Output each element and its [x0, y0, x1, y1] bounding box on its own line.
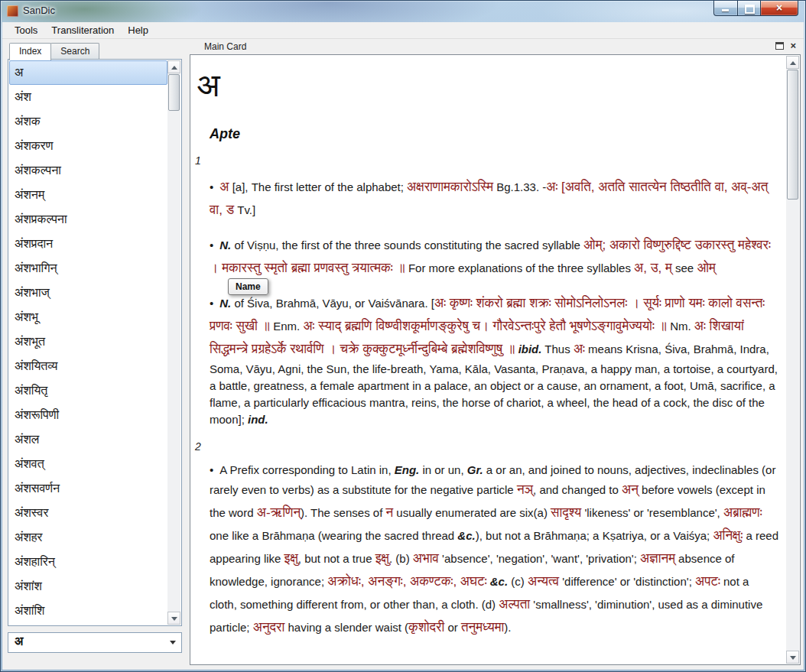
tab-search[interactable]: Search: [50, 43, 99, 59]
main-card-header[interactable]: Main Card ×: [190, 39, 801, 54]
chevron-down-icon: [170, 641, 176, 644]
text-run: तनुमध्यमा: [461, 620, 504, 635]
text-run: इक्षु: [375, 551, 389, 566]
float-panel-icon[interactable]: [775, 42, 784, 50]
text-run: ibid.: [518, 342, 542, 355]
text-run: Bg.1.33. -: [493, 180, 546, 193]
text-run: &c.: [490, 575, 508, 588]
list-item[interactable]: अंशरूपिणी: [9, 403, 167, 427]
list-item[interactable]: अंशयितृ: [9, 378, 167, 403]
list-item[interactable]: अंशभागिन्: [9, 256, 167, 281]
entry-paragraph: •अ [a], The first letter of the alphabet…: [210, 176, 779, 222]
text-run: Eng.: [395, 463, 420, 476]
list-item[interactable]: अंशप्रदान: [9, 232, 167, 256]
text-run: usually enumerated are six(a): [393, 506, 551, 519]
dictionary-name: Apte: [210, 126, 779, 142]
content-scroll-thumb[interactable]: [787, 70, 798, 200]
close-button[interactable]: ×: [761, 1, 798, 16]
menubar: ToolsTransliterationHelp: [2, 22, 804, 39]
text-run: of Viṣṇu, the first of the three sounds …: [231, 239, 583, 252]
text-run: ).: [504, 621, 511, 634]
headword-combobox[interactable]: अ: [8, 632, 182, 653]
sidebar-tabs: Index Search: [9, 43, 182, 59]
app-icon[interactable]: [7, 5, 18, 17]
text-run: see: [672, 261, 697, 274]
list-scroll-down-button[interactable]: [167, 612, 180, 625]
list-item[interactable]: अंशभाज्: [9, 281, 167, 305]
list-scrollbar[interactable]: [167, 60, 180, 625]
text-run: &c.: [457, 529, 475, 542]
minimize-button[interactable]: [713, 1, 738, 16]
list-item[interactable]: अंशांश: [9, 574, 167, 599]
main-card-title: Main Card: [204, 41, 246, 52]
list-item[interactable]: अंशप्रकल्पना: [9, 207, 167, 232]
panel-close-icon[interactable]: ×: [790, 41, 796, 50]
text-run: Tv.]: [234, 203, 255, 216]
text-run: Gr.: [467, 463, 483, 476]
list-item[interactable]: अ: [9, 60, 167, 85]
list-item[interactable]: अंशनम्: [9, 183, 167, 207]
menu-item-tools[interactable]: Tools: [8, 22, 44, 38]
bullet-icon: •: [210, 180, 213, 193]
list-item[interactable]: अंशभूत: [9, 330, 167, 354]
text-run: ind.: [248, 413, 268, 426]
content-scrollbar[interactable]: [786, 56, 799, 664]
text-run: अज्ञानम्: [640, 551, 675, 566]
menu-item-help[interactable]: Help: [121, 22, 155, 38]
text-run: one like a Brāhmaṇa (wearing the sacred …: [210, 529, 457, 542]
main-card-panel: Main Card × अ Apte 1•अ [a], The first le…: [190, 39, 804, 670]
combobox-value: अ: [15, 635, 23, 648]
content-scroll-down-button[interactable]: [786, 651, 799, 664]
bullet-icon: •: [210, 463, 213, 476]
text-run: अ, उ, म्: [634, 261, 672, 275]
list-item[interactable]: अंशवत्: [9, 452, 167, 476]
list-scroll-thumb[interactable]: [168, 74, 180, 111]
list-item[interactable]: अंशसवर्णन: [9, 476, 167, 501]
list-item[interactable]: अंशक: [9, 109, 167, 134]
list-item[interactable]: अंशभू: [9, 305, 167, 330]
arrow-up-icon: [790, 61, 796, 65]
menu-item-transliteration[interactable]: Transliteration: [44, 22, 121, 38]
text-run: अब्राह्मणः: [723, 505, 762, 520]
text-run: For more explanations of the three sylla…: [405, 261, 634, 274]
text-run: (c): [508, 575, 528, 588]
content-scroll-up-button[interactable]: [786, 56, 799, 69]
list-item[interactable]: अंशकल्पना: [9, 158, 167, 183]
combobox-dropdown-button[interactable]: [166, 633, 181, 652]
section-number: 1: [195, 154, 779, 167]
list-item[interactable]: अंशहर: [9, 525, 167, 550]
list-item[interactable]: अंशहारिन्: [9, 550, 167, 574]
text-run: 'likeness' or 'resemblance',: [581, 506, 723, 519]
window-controls: ×: [713, 1, 798, 16]
list-item[interactable]: अंशयितव्य: [9, 354, 167, 378]
list-scroll-up-button[interactable]: [167, 60, 180, 73]
titlebar[interactable]: SanDic ×: [0, 0, 806, 22]
list-item[interactable]: अंशस्वर: [9, 501, 167, 525]
text-run: अ-ऋणिन्: [257, 505, 301, 520]
list-item[interactable]: अंश: [9, 85, 167, 109]
section-number: 2: [195, 440, 779, 453]
dictionary-content[interactable]: अ Apte 1•अ [a], The first letter of the …: [190, 55, 787, 664]
list-item[interactable]: अंशल: [9, 427, 167, 452]
entry-paragraph: •N. of Viṣṇu, the first of the three sou…: [210, 234, 779, 280]
text-run: ). The senses of: [301, 506, 385, 519]
list-item[interactable]: अंशकरण: [9, 134, 167, 158]
text-run: अनुदरा: [253, 620, 285, 635]
text-run: सादृश्य: [551, 505, 581, 520]
text-run: अभाव: [413, 551, 439, 566]
text-run: अल्पता: [499, 597, 530, 612]
entry-paragraph: •N. of Śiva, Brahmā, Vāyu, or Vaiśvānara…: [210, 292, 779, 428]
name-tooltip: Name: [228, 278, 268, 295]
text-run: 'absence', 'negation', 'want', 'privatio…: [439, 552, 640, 565]
app-window: SanDic × ToolsTransliterationHelp Index …: [0, 0, 806, 672]
text-run: ), but not a Brāhmaṇa; a Kṣatriya, or a …: [476, 529, 713, 542]
index-listbox[interactable]: अअंशअंशकअंशकरणअंशकल्पनाअंशनम्अंशप्रकल्पन…: [8, 59, 182, 626]
close-icon: ×: [761, 2, 798, 14]
text-run: having a slender waist (: [284, 621, 408, 634]
text-run: अः: [574, 342, 585, 356]
text-run: अ: [219, 180, 229, 194]
list-item[interactable]: अंशांशि: [9, 599, 167, 623]
maximize-button[interactable]: [738, 1, 761, 16]
text-run: , but not a true: [298, 552, 375, 565]
tab-index[interactable]: Index: [9, 43, 51, 60]
